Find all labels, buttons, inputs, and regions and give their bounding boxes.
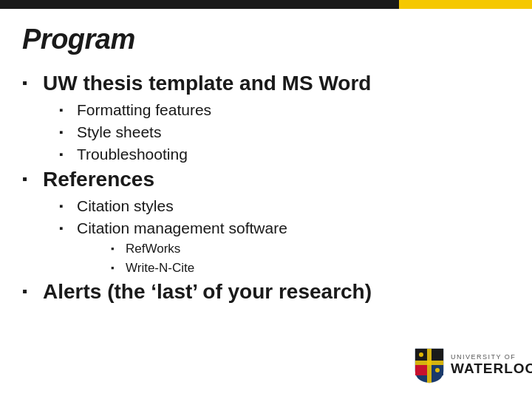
uw-thesis-children: ▪ Formatting features ▪ Style sheets ▪ T… [22, 101, 510, 163]
svg-rect-1 [415, 361, 443, 365]
citation-styles-text: Citation styles [77, 197, 174, 215]
write-n-cite-text: Write-N-Cite [126, 261, 194, 276]
bullet-icon: ▪ [111, 243, 126, 254]
bullet-icon: ▪ [59, 200, 77, 212]
university-text: UNIVERSITY OF WATERLOO [451, 354, 532, 377]
bullet-icon: ▪ [59, 222, 77, 234]
references-children: ▪ Citation styles ▪ Citation management … [22, 197, 510, 276]
main-list: ▪ UW thesis template and MS Word ▪ Forma… [22, 72, 510, 304]
list-item-citation-styles: ▪ Citation styles [59, 197, 510, 215]
list-item-uw-thesis: ▪ UW thesis template and MS Word ▪ Forma… [22, 72, 510, 163]
page-title: Program [22, 24, 510, 55]
svg-point-7 [435, 368, 440, 372]
list-item-references: ▪ References ▪ Citation styles ▪ Citatio… [22, 168, 510, 276]
troubleshooting-text: Troubleshooting [77, 146, 188, 163]
list-item-style-sheets: ▪ Style sheets [59, 123, 510, 141]
slide-content: Program ▪ UW thesis template and MS Word… [0, 9, 532, 324]
alerts-text: Alerts (the ‘last’ of your research) [43, 280, 372, 304]
top-bar-yellow [399, 0, 532, 9]
top-bar [0, 0, 532, 9]
svg-rect-4 [415, 365, 427, 375]
list-item-troubleshooting: ▪ Troubleshooting [59, 146, 510, 163]
shield-icon [414, 347, 445, 384]
formatting-features-text: Formatting features [77, 101, 211, 119]
bullet-icon: ▪ [111, 262, 126, 273]
bullet-icon: ▪ [22, 283, 43, 300]
level2-citation-management: ▪ Citation management software [59, 219, 510, 237]
list-item-refworks: ▪ RefWorks [111, 242, 510, 256]
top-bar-black [0, 0, 399, 9]
refworks-text: RefWorks [126, 242, 180, 256]
citation-management-children: ▪ RefWorks ▪ Write-N-Cite [22, 242, 510, 276]
list-item-alerts: ▪ Alerts (the ‘last’ of your research) [22, 280, 510, 304]
waterloo-label: WATERLOO [451, 361, 532, 377]
list-item-formatting-features: ▪ Formatting features [59, 101, 510, 119]
svg-rect-0 [427, 349, 432, 383]
citation-management-text: Citation management software [77, 219, 287, 237]
svg-rect-3 [432, 349, 443, 361]
level1-references: ▪ References [22, 168, 510, 191]
bullet-icon: ▪ [59, 148, 77, 160]
style-sheets-text: Style sheets [77, 123, 161, 141]
level1-uw-thesis-text: UW thesis template and MS Word [43, 72, 371, 95]
bullet-icon: ▪ [59, 126, 77, 138]
list-item-write-n-cite: ▪ Write-N-Cite [111, 261, 510, 276]
level1-alerts: ▪ Alerts (the ‘last’ of your research) [22, 280, 510, 304]
references-text: References [43, 168, 154, 191]
bullet-icon: ▪ [22, 75, 43, 92]
waterloo-logo: UNIVERSITY OF WATERLOO [414, 345, 517, 386]
level1-uw-thesis: ▪ UW thesis template and MS Word [22, 72, 510, 95]
bullet-icon: ▪ [22, 171, 43, 188]
svg-point-6 [419, 352, 423, 357]
bullet-icon: ▪ [59, 103, 77, 116]
list-item-citation-management: ▪ Citation management software ▪ RefWork… [22, 219, 510, 276]
